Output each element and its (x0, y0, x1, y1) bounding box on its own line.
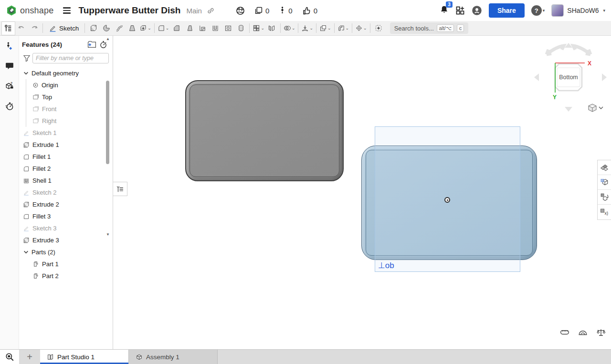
tab-assembly-1[interactable]: Assembly 1 (129, 350, 218, 364)
scrollbar-thumb[interactable] (106, 81, 109, 164)
scroll-up-arrow[interactable]: ▲ (106, 37, 110, 41)
chevron-down-icon[interactable]: ⌄ (261, 26, 264, 31)
feature-item-extrude-3[interactable]: Extrude 3 (19, 234, 113, 246)
performance-panel-button[interactable] (3, 100, 16, 112)
comments-panel-button[interactable] (3, 60, 16, 72)
shell-tool-button[interactable] (209, 22, 221, 35)
plane-tool-button[interactable]: ⌄ (318, 22, 332, 35)
redo-button[interactable] (28, 22, 41, 35)
part-item-part-1[interactable]: Part 1 (19, 258, 113, 270)
feature-tree-scrollbar[interactable] (106, 74, 110, 245)
rotate-left-arrow[interactable] (534, 73, 539, 81)
feature-item-shell-1[interactable]: Shell 1 (19, 175, 113, 187)
onshape-logo[interactable]: onshape (6, 5, 53, 16)
help-menu[interactable]: ? ▾ (531, 5, 545, 16)
composite-tool-button[interactable]: ⌄ (354, 22, 368, 35)
feature-item-origin[interactable]: Origin (19, 79, 113, 91)
feature-item-top[interactable]: Top (19, 91, 113, 103)
thicken-tool-button[interactable]: ⌄ (138, 22, 152, 35)
sheet-metal-tool-button[interactable]: ⌄ (337, 22, 350, 35)
exploded-view-button[interactable] (598, 190, 611, 205)
feature-filter-input[interactable] (32, 53, 109, 63)
hole-tool-button[interactable] (221, 22, 234, 35)
mirror-tool-button[interactable] (265, 22, 278, 35)
chevron-down-icon[interactable]: ⌄ (346, 26, 349, 31)
user-menu[interactable]: SHaDoW6 ▾ (551, 4, 605, 17)
insert-tab-button[interactable]: + (19, 350, 40, 364)
app-store-icon[interactable] (455, 6, 465, 15)
pattern-tool-button[interactable]: ⌄ (252, 22, 265, 35)
rib-tool-button[interactable] (196, 22, 209, 35)
fillet-tool-button[interactable]: ⌄ (157, 22, 170, 35)
sweep-tool-button[interactable] (113, 22, 126, 35)
revolve-tool-button[interactable] (100, 22, 113, 35)
chevron-down-icon[interactable] (23, 250, 29, 255)
chevron-down-icon[interactable]: ⌄ (309, 26, 313, 31)
copies-stat[interactable]: 0 (254, 6, 269, 15)
menu-icon[interactable] (63, 7, 71, 13)
share-button[interactable]: Share (489, 3, 525, 18)
tab-part-studio-1[interactable]: Part Studio 1 (40, 350, 129, 364)
versions-panel-button[interactable] (3, 40, 16, 52)
feature-item-right[interactable]: Right (19, 115, 113, 127)
feature-item-sketch-3[interactable]: Sketch 3 (19, 222, 113, 234)
section-view-button[interactable] (598, 175, 611, 190)
undo-button[interactable] (15, 22, 28, 35)
feature-item-fillet-2[interactable]: Fillet 2 (19, 163, 113, 175)
move-face-tool-button[interactable]: ⌄ (300, 22, 314, 35)
learning-center-icon[interactable] (472, 5, 482, 16)
link-icon[interactable] (207, 7, 215, 15)
feature-item-sketch-2[interactable]: Sketch 2 (19, 187, 113, 198)
draft-tool-button[interactable] (183, 22, 196, 35)
part-item-part-2[interactable]: Part 2 (19, 270, 113, 282)
part-1-model[interactable] (185, 80, 344, 181)
scroll-down-arrow[interactable]: ▼ (106, 232, 110, 237)
cylinder-tool-button[interactable] (234, 22, 247, 35)
tape-measure-button[interactable] (559, 327, 570, 337)
feature-item-sketch-1[interactable]: Sketch 1 (19, 127, 113, 139)
notifications-button[interactable]: 3 (440, 5, 449, 16)
chevron-down-icon[interactable]: ⌄ (166, 26, 169, 31)
feature-group-default-geometry[interactable]: Default geometry (19, 67, 113, 79)
named-views-button[interactable]: x) (598, 205, 611, 219)
chamfer-tool-button[interactable] (170, 22, 183, 35)
mate-connector-tool-button[interactable] (372, 22, 385, 35)
feature-item-extrude-2[interactable]: Extrude 2 (19, 198, 113, 210)
chevron-down-icon[interactable]: ⌄ (292, 26, 295, 31)
protractor-button[interactable] (578, 327, 588, 337)
boolean-tool-button[interactable]: ⌄ (283, 22, 296, 35)
appearance-panel-button[interactable] (598, 160, 611, 175)
feature-item-extrude-1[interactable]: Extrude 1 (19, 139, 113, 151)
feature-item-fillet-3[interactable]: Fillet 3 (19, 210, 113, 222)
likes-stat[interactable]: 0 (302, 6, 317, 15)
rotate-cw-arrow[interactable] (573, 46, 590, 54)
graphics-viewport[interactable]: ⊥ob Bottom X Y (113, 36, 611, 349)
feature-item-front[interactable]: Front (19, 103, 113, 115)
rotate-ccw-arrow[interactable] (547, 46, 564, 54)
feature-list-toggle-button[interactable] (2, 22, 15, 35)
chevron-down-icon[interactable]: ⌄ (147, 26, 151, 31)
origin-marker[interactable] (444, 197, 450, 203)
sketch-tool-button[interactable]: Sketch (45, 22, 83, 35)
search-tabs-button[interactable] (0, 350, 19, 364)
feature-group-parts-2[interactable]: Parts (2) (19, 246, 113, 258)
view-cube[interactable]: Bottom X Y (532, 39, 609, 115)
loft-tool-button[interactable] (126, 22, 138, 35)
versions-stat[interactable]: 0 (279, 6, 292, 15)
search-tools-input[interactable]: Search tools... alt/⌥ c (390, 22, 468, 34)
rotate-right-arrow[interactable] (602, 73, 607, 81)
feature-item-fillet-1[interactable]: Fillet 1 (19, 151, 113, 163)
chevron-down-icon[interactable]: ⌄ (363, 26, 367, 31)
mass-properties-button[interactable] (596, 327, 606, 337)
new-folder-button[interactable] (86, 40, 97, 49)
branch-name[interactable]: Main (186, 7, 202, 15)
public-document-button[interactable] (236, 6, 245, 15)
chevron-down-icon[interactable]: ⌄ (327, 26, 331, 31)
view-options-button[interactable] (589, 104, 603, 112)
chevron-down-icon[interactable] (23, 71, 29, 76)
feature-regeneration-button[interactable] (97, 40, 109, 49)
extrude-tool-button[interactable] (87, 22, 100, 35)
rotate-down-arrow[interactable] (565, 107, 572, 112)
reference-manager-button[interactable]: ? (3, 80, 16, 92)
panel-flyout-handle[interactable] (113, 182, 127, 196)
